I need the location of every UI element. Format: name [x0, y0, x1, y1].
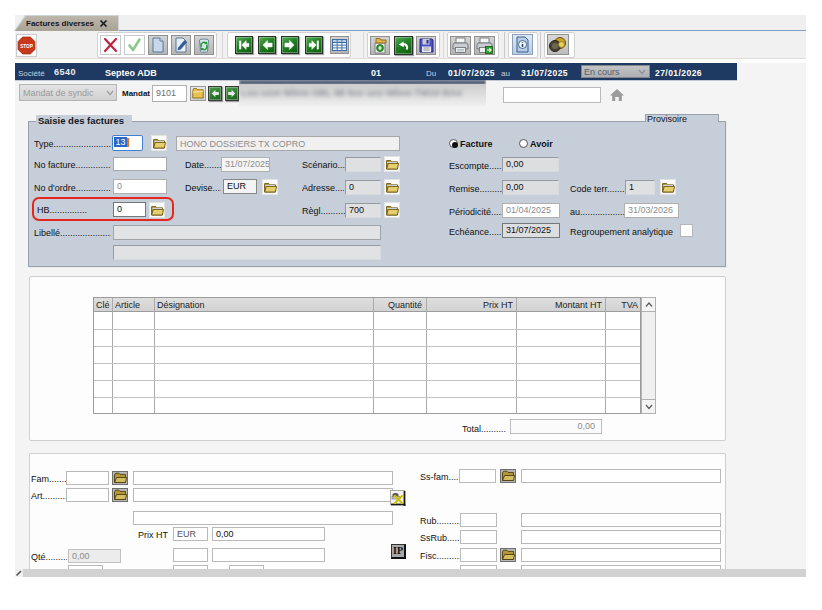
- svg-text:STOP: STOP: [20, 44, 33, 49]
